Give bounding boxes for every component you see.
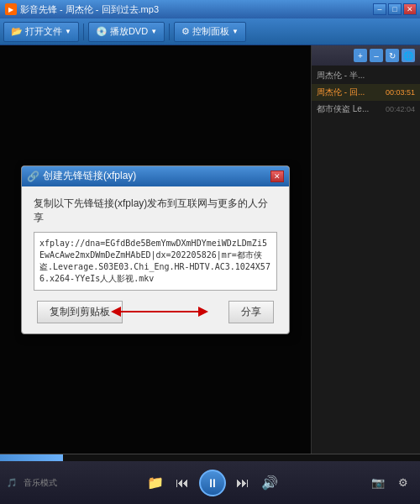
playlist-items: 周杰伦 - 半... 周杰伦 - 回... 00:03:51 都市侠盗 Le..… — [312, 66, 420, 454]
next-button[interactable]: ⏭ — [233, 473, 253, 493]
dropdown-arrow-icon-3: ▼ — [232, 28, 239, 35]
dialog-description: 复制以下先锋链接(xfplay)发布到互联网与更多的人分享 — [34, 197, 277, 225]
playlist-item-name-3: 都市侠盗 Le... — [317, 103, 369, 115]
music-mode-icon: 🎵 — [7, 478, 17, 487]
playlist-remove-button[interactable]: – — [370, 49, 383, 62]
list-item[interactable]: 周杰伦 - 回... 00:03:51 — [312, 84, 420, 101]
playlist-item-name-2: 周杰伦 - 回... — [317, 87, 365, 98]
xfplay-dialog: 🔗 创建先锋链接(xfplay) ✕ 复制以下先锋链接(xfplay)发布到互联… — [21, 165, 290, 334]
toolbar-separator-1 — [83, 24, 84, 40]
playlist-header: + – ↻ 🌐 — [312, 45, 420, 66]
list-item[interactable]: 周杰伦 - 半... — [312, 67, 420, 84]
screenshot-icon[interactable]: 📷 — [368, 473, 388, 493]
playlist-panel: + – ↻ 🌐 周杰伦 - 半... 周杰伦 - 回... 00:03:51 都… — [311, 45, 420, 454]
progress-fill — [0, 454, 63, 461]
dialog-icon: 🔗 — [27, 171, 39, 182]
control-panel-button[interactable]: ⚙ 控制面板 ▼ — [174, 22, 246, 42]
playlist-item-time-2: 00:03:51 — [386, 88, 415, 97]
dialog-title-bar: 🔗 创建先锋链接(xfplay) ✕ — [22, 166, 289, 186]
open-file-button[interactable]: 📂 打开文件 ▼ — [3, 22, 79, 42]
settings-icon[interactable]: ⚙ — [393, 473, 413, 493]
title-bar: ▶ 影音先锋 - 周杰伦 - 回到过去.mp3 – □ ✕ — [0, 0, 420, 18]
prev-button[interactable]: ⏮ — [172, 473, 192, 493]
copy-clipboard-button[interactable]: 复制到剪贴板 — [37, 301, 123, 323]
playlist-globe-button[interactable]: 🌐 — [402, 49, 415, 62]
window-controls: – □ ✕ — [373, 3, 417, 15]
controls-row: 🎵 音乐模式 📁 ⏮ ⏸ ⏭ 🔊 📷 ⚙ — [0, 461, 420, 504]
toolbar: 📂 打开文件 ▼ 💿 播放DVD ▼ ⚙ 控制面板 ▼ — [0, 18, 420, 45]
bottom-bar: 🎵 音乐模式 📁 ⏮ ⏸ ⏭ 🔊 📷 ⚙ — [0, 454, 420, 504]
dialog-link-text[interactable]: xfplay://dna=EGfdBde5BemYmwDXmHDYmeiWDzL… — [34, 232, 277, 291]
toolbar-separator-2 — [169, 24, 170, 40]
window-title: 影音先锋 - 周杰伦 - 回到过去.mp3 — [20, 3, 159, 16]
dialog-title: 创建先锋链接(xfplay) — [43, 169, 136, 183]
arrow-line — [118, 311, 202, 312]
playlist-item-name-1: 周杰伦 - 半... — [317, 70, 365, 81]
dvd-icon: 💿 — [96, 26, 108, 37]
list-item[interactable]: 都市侠盗 Le... 00:42:04 — [312, 101, 420, 118]
dropdown-arrow-icon-2: ▼ — [150, 28, 157, 35]
dialog-buttons: 复制到剪贴板 分享 — [34, 301, 277, 323]
progress-bar[interactable] — [0, 454, 420, 461]
playlist-item-time-3: 00:42:04 — [386, 105, 415, 113]
dropdown-arrow-icon: ▼ — [65, 28, 71, 35]
main-area: 🔗 创建先锋链接(xfplay) ✕ 复制以下先锋链接(xfplay)发布到互联… — [0, 45, 420, 454]
share-button[interactable]: 分享 — [228, 301, 274, 323]
mode-label: 音乐模式 — [24, 477, 57, 489]
minimize-button[interactable]: – — [373, 3, 386, 15]
dialog-content: 复制以下先锋链接(xfplay)发布到互联网与更多的人分享 xfplay://d… — [22, 186, 289, 333]
play-pause-button[interactable]: ⏸ — [199, 470, 226, 496]
playlist-refresh-button[interactable]: ↻ — [386, 49, 399, 62]
gear-icon: ⚙ — [181, 26, 190, 37]
maximize-button[interactable]: □ — [388, 3, 402, 15]
playlist-add-button[interactable]: + — [354, 49, 367, 62]
app-icon: ▶ — [5, 3, 17, 15]
play-dvd-button[interactable]: 💿 播放DVD ▼ — [88, 22, 165, 42]
folder-icon: 📂 — [11, 26, 23, 37]
arrow-indicator — [118, 311, 202, 312]
close-button[interactable]: ✕ — [403, 3, 417, 15]
dialog-close-button[interactable]: ✕ — [270, 171, 284, 182]
playlist-controls: + – ↻ 🌐 — [354, 49, 415, 62]
dialog-overlay: 🔗 创建先锋链接(xfplay) ✕ 复制以下先锋链接(xfplay)发布到互联… — [0, 45, 311, 454]
video-area[interactable]: 🔗 创建先锋链接(xfplay) ✕ 复制以下先锋链接(xfplay)发布到互联… — [0, 45, 311, 454]
volume-icon[interactable]: 🔊 — [260, 473, 280, 493]
folder-ctrl-icon[interactable]: 📁 — [145, 473, 165, 493]
